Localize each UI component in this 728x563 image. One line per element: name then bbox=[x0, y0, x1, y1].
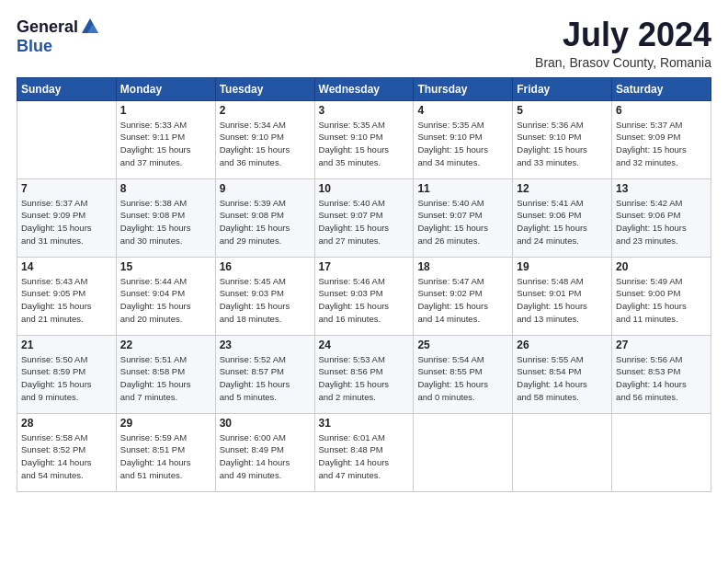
day-info: Sunrise: 5:50 AMSunset: 8:59 PMDaylight:… bbox=[21, 353, 112, 404]
day-number: 14 bbox=[21, 260, 112, 273]
day-number: 3 bbox=[319, 104, 410, 117]
day-info: Sunrise: 5:40 AMSunset: 9:07 PMDaylight:… bbox=[417, 197, 508, 247]
day-info: Sunrise: 5:37 AMSunset: 9:09 PMDaylight:… bbox=[616, 119, 707, 169]
day-info: Sunrise: 5:36 AMSunset: 9:10 PMDaylight:… bbox=[517, 119, 608, 169]
table-row: 24Sunrise: 5:53 AMSunset: 8:56 PMDayligh… bbox=[314, 335, 414, 413]
calendar-week-row: 28Sunrise: 5:58 AMSunset: 8:52 PMDayligh… bbox=[17, 413, 711, 491]
table-row: 30Sunrise: 6:00 AMSunset: 8:49 PMDayligh… bbox=[215, 413, 314, 491]
day-info: Sunrise: 5:52 AMSunset: 8:57 PMDaylight:… bbox=[220, 353, 311, 404]
table-row: 22Sunrise: 5:51 AMSunset: 8:58 PMDayligh… bbox=[116, 335, 215, 413]
table-row bbox=[513, 413, 612, 491]
day-number: 8 bbox=[120, 182, 211, 195]
table-row: 16Sunrise: 5:45 AMSunset: 9:03 PMDayligh… bbox=[215, 257, 314, 335]
day-info: Sunrise: 5:35 AMSunset: 9:10 PMDaylight:… bbox=[319, 119, 410, 169]
day-number: 17 bbox=[319, 260, 410, 273]
page-header: General Blue July 2024 Bran, Brasov Coun… bbox=[17, 17, 711, 70]
table-row: 13Sunrise: 5:42 AMSunset: 9:06 PMDayligh… bbox=[612, 178, 711, 257]
day-info: Sunrise: 5:43 AMSunset: 9:05 PMDaylight:… bbox=[21, 275, 112, 326]
day-info: Sunrise: 5:38 AMSunset: 9:08 PMDaylight:… bbox=[120, 197, 211, 247]
day-number: 15 bbox=[120, 260, 211, 273]
table-row: 28Sunrise: 5:58 AMSunset: 8:52 PMDayligh… bbox=[17, 413, 117, 491]
day-info: Sunrise: 5:55 AMSunset: 8:54 PMDaylight:… bbox=[517, 353, 608, 404]
day-number: 9 bbox=[220, 182, 311, 195]
day-number: 20 bbox=[616, 260, 707, 273]
location-subtitle: Bran, Brasov County, Romania bbox=[535, 55, 711, 70]
day-number: 25 bbox=[417, 339, 508, 351]
day-number: 16 bbox=[220, 260, 311, 273]
table-row: 11Sunrise: 5:40 AMSunset: 9:07 PMDayligh… bbox=[414, 178, 513, 257]
day-number: 19 bbox=[517, 260, 608, 273]
col-tuesday: Tuesday bbox=[215, 77, 314, 100]
col-wednesday: Wednesday bbox=[314, 77, 414, 100]
day-info: Sunrise: 5:41 AMSunset: 9:06 PMDaylight:… bbox=[517, 197, 608, 247]
day-info: Sunrise: 5:47 AMSunset: 9:02 PMDaylight:… bbox=[417, 275, 508, 326]
day-info: Sunrise: 5:44 AMSunset: 9:04 PMDaylight:… bbox=[120, 275, 211, 326]
day-number: 30 bbox=[220, 417, 311, 430]
day-info: Sunrise: 5:56 AMSunset: 8:53 PMDaylight:… bbox=[616, 353, 707, 404]
col-friday: Friday bbox=[513, 77, 612, 100]
table-row: 10Sunrise: 5:40 AMSunset: 9:07 PMDayligh… bbox=[314, 178, 414, 257]
table-row bbox=[17, 100, 117, 178]
calendar-week-row: 7Sunrise: 5:37 AMSunset: 9:09 PMDaylight… bbox=[17, 178, 711, 257]
day-number: 31 bbox=[319, 417, 410, 430]
table-row: 19Sunrise: 5:48 AMSunset: 9:01 PMDayligh… bbox=[513, 257, 612, 335]
day-info: Sunrise: 5:42 AMSunset: 9:06 PMDaylight:… bbox=[616, 197, 707, 247]
day-info: Sunrise: 5:54 AMSunset: 8:55 PMDaylight:… bbox=[417, 353, 508, 404]
logo-blue-text: Blue bbox=[17, 37, 52, 56]
day-info: Sunrise: 5:45 AMSunset: 9:03 PMDaylight:… bbox=[220, 275, 311, 326]
table-row: 4Sunrise: 5:35 AMSunset: 9:10 PMDaylight… bbox=[414, 100, 513, 178]
day-info: Sunrise: 5:53 AMSunset: 8:56 PMDaylight:… bbox=[319, 353, 410, 404]
day-number: 28 bbox=[21, 417, 112, 430]
day-number: 12 bbox=[517, 182, 608, 195]
day-info: Sunrise: 5:34 AMSunset: 9:10 PMDaylight:… bbox=[220, 119, 311, 169]
day-number: 22 bbox=[120, 339, 211, 351]
day-number: 4 bbox=[417, 104, 508, 117]
table-row: 26Sunrise: 5:55 AMSunset: 8:54 PMDayligh… bbox=[513, 335, 612, 413]
day-info: Sunrise: 5:33 AMSunset: 9:11 PMDaylight:… bbox=[120, 119, 211, 169]
table-row: 12Sunrise: 5:41 AMSunset: 9:06 PMDayligh… bbox=[513, 178, 612, 257]
table-row: 9Sunrise: 5:39 AMSunset: 9:08 PMDaylight… bbox=[215, 178, 314, 257]
calendar-week-row: 14Sunrise: 5:43 AMSunset: 9:05 PMDayligh… bbox=[17, 257, 711, 335]
day-number: 27 bbox=[616, 339, 707, 351]
calendar-table: Sunday Monday Tuesday Wednesday Thursday… bbox=[17, 77, 711, 492]
day-number: 18 bbox=[417, 260, 508, 273]
day-info: Sunrise: 5:51 AMSunset: 8:58 PMDaylight:… bbox=[120, 353, 211, 404]
col-sunday: Sunday bbox=[17, 77, 117, 100]
day-info: Sunrise: 5:35 AMSunset: 9:10 PMDaylight:… bbox=[417, 119, 508, 169]
month-year-title: July 2024 bbox=[535, 17, 711, 53]
table-row: 14Sunrise: 5:43 AMSunset: 9:05 PMDayligh… bbox=[17, 257, 117, 335]
day-number: 26 bbox=[517, 339, 608, 351]
col-saturday: Saturday bbox=[612, 77, 711, 100]
table-row: 29Sunrise: 5:59 AMSunset: 8:51 PMDayligh… bbox=[116, 413, 215, 491]
day-info: Sunrise: 5:39 AMSunset: 9:08 PMDaylight:… bbox=[220, 197, 311, 247]
logo: General Blue bbox=[17, 17, 100, 56]
table-row: 21Sunrise: 5:50 AMSunset: 8:59 PMDayligh… bbox=[17, 335, 117, 413]
day-number: 6 bbox=[616, 104, 707, 117]
day-info: Sunrise: 5:48 AMSunset: 9:01 PMDaylight:… bbox=[517, 275, 608, 326]
title-block: July 2024 Bran, Brasov County, Romania bbox=[535, 17, 711, 70]
table-row bbox=[612, 413, 711, 491]
day-number: 2 bbox=[220, 104, 311, 117]
day-number: 23 bbox=[220, 339, 311, 351]
table-row: 3Sunrise: 5:35 AMSunset: 9:10 PMDaylight… bbox=[314, 100, 414, 178]
table-row: 25Sunrise: 5:54 AMSunset: 8:55 PMDayligh… bbox=[414, 335, 513, 413]
day-info: Sunrise: 5:59 AMSunset: 8:51 PMDaylight:… bbox=[120, 431, 211, 482]
table-row: 31Sunrise: 6:01 AMSunset: 8:48 PMDayligh… bbox=[314, 413, 414, 491]
table-row: 8Sunrise: 5:38 AMSunset: 9:08 PMDaylight… bbox=[116, 178, 215, 257]
table-row: 1Sunrise: 5:33 AMSunset: 9:11 PMDaylight… bbox=[116, 100, 215, 178]
table-row: 20Sunrise: 5:49 AMSunset: 9:00 PMDayligh… bbox=[612, 257, 711, 335]
table-row: 18Sunrise: 5:47 AMSunset: 9:02 PMDayligh… bbox=[414, 257, 513, 335]
table-row: 23Sunrise: 5:52 AMSunset: 8:57 PMDayligh… bbox=[215, 335, 314, 413]
col-thursday: Thursday bbox=[414, 77, 513, 100]
table-row: 6Sunrise: 5:37 AMSunset: 9:09 PMDaylight… bbox=[612, 100, 711, 178]
day-number: 11 bbox=[417, 182, 508, 195]
table-row: 2Sunrise: 5:34 AMSunset: 9:10 PMDaylight… bbox=[215, 100, 314, 178]
table-row: 7Sunrise: 5:37 AMSunset: 9:09 PMDaylight… bbox=[17, 178, 117, 257]
day-info: Sunrise: 5:37 AMSunset: 9:09 PMDaylight:… bbox=[21, 197, 112, 247]
day-info: Sunrise: 6:01 AMSunset: 8:48 PMDaylight:… bbox=[319, 431, 410, 482]
day-number: 13 bbox=[616, 182, 707, 195]
day-number: 10 bbox=[319, 182, 410, 195]
calendar-week-row: 21Sunrise: 5:50 AMSunset: 8:59 PMDayligh… bbox=[17, 335, 711, 413]
table-row: 17Sunrise: 5:46 AMSunset: 9:03 PMDayligh… bbox=[314, 257, 414, 335]
day-number: 24 bbox=[319, 339, 410, 351]
